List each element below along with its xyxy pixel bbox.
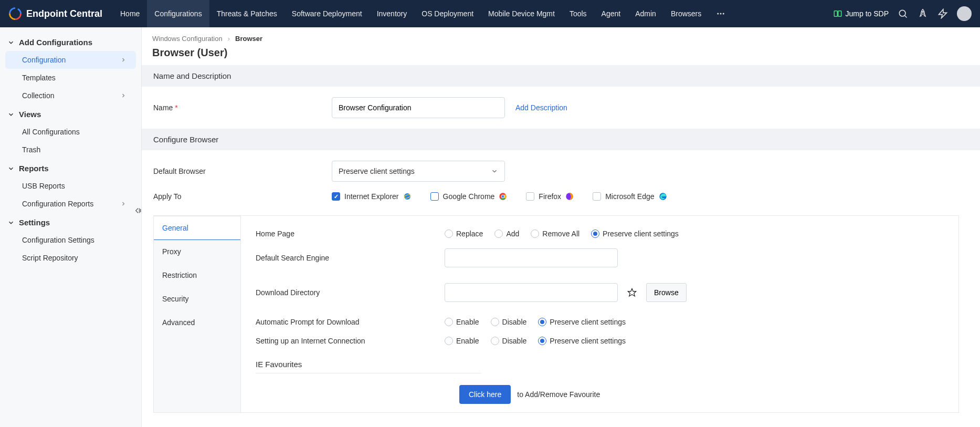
sidebar-item-templates[interactable]: Templates [5,69,136,87]
lightning-icon[interactable] [937,8,949,19]
browse-button[interactable]: Browse [646,283,687,302]
sidebar-item-label: Templates [22,74,56,82]
radio-checked [538,318,546,326]
nav-more[interactable] [709,0,733,27]
sidebar-item-configuration-settings[interactable]: Configuration Settings [5,231,136,249]
nav-mdm[interactable]: Mobile Device Mgmt [481,0,562,27]
svg-point-1 [720,13,722,15]
sidebar-item-configuration[interactable]: Configuration [5,51,136,69]
radio-unchecked [494,230,503,238]
more-icon [716,9,725,18]
ie-favourites-title: IE Favourites [256,360,481,373]
chevron-down-icon [491,168,498,175]
nav-home[interactable]: Home [113,0,147,27]
avatar[interactable] [957,6,972,21]
sidebar-item-trash[interactable]: Trash [5,141,136,159]
apply-to-label: Apply To [153,192,332,201]
breadcrumb: Windows Configuration › Browser [142,27,980,46]
sic-disable[interactable]: Disable [491,337,527,345]
click-here-button[interactable]: Click here [459,385,511,404]
product-name: Endpoint Central [26,8,102,19]
internet-connection-label: Setting up an Internet Connection [256,337,445,345]
main-nav: Home Configurations Threats & Patches So… [113,0,733,27]
radio-checked [591,230,599,238]
breadcrumb-current: Browser [235,35,262,43]
breadcrumb-sep: › [228,35,230,43]
breadcrumb-item[interactable]: Windows Configuration [152,35,223,43]
sic-enable[interactable]: Enable [445,337,479,345]
sic-preserve[interactable]: Preserve client settings [538,337,626,345]
apply-to-chrome[interactable]: Google Chrome [430,192,508,201]
nav-threats-patches[interactable]: Threats & Patches [209,0,284,27]
nav-configurations[interactable]: Configurations [147,0,209,27]
download-directory-input[interactable] [445,283,618,302]
checkbox-checked [332,192,340,201]
home-page-preserve[interactable]: Preserve client settings [591,230,679,238]
svg-point-7 [922,11,924,13]
vtab-security[interactable]: Security [154,287,240,311]
sidebar-item-usb-reports[interactable]: USB Reports [5,177,136,195]
name-input[interactable] [332,97,505,118]
default-browser-select[interactable]: Preserve client settings [332,161,505,182]
favorite-path-button[interactable] [623,283,641,302]
apply-to-edge[interactable]: Microsoft Edge [593,192,667,201]
sidebar-collapse-handle[interactable] [132,206,142,215]
apply-to-firefox[interactable]: Firefox [526,192,574,201]
sidebar-section-views[interactable]: Views [0,105,141,123]
radio-label: Disable [502,337,527,345]
sidebar-item-all-configurations[interactable]: All Configurations [5,123,136,141]
vtab-advanced[interactable]: Advanced [154,311,240,335]
search-icon[interactable] [897,8,909,19]
home-page-removeall[interactable]: Remove All [531,230,579,238]
nav-os-deployment[interactable]: OS Deployment [414,0,481,27]
sidebar-section-add-configurations[interactable]: Add Configurations [0,33,141,51]
svg-point-0 [717,13,719,15]
nav-software-deployment[interactable]: Software Deployment [284,0,370,27]
svg-marker-20 [628,289,636,296]
edge-icon [659,192,667,201]
vtab-general[interactable]: General [154,216,240,240]
jump-to-sdp[interactable]: Jump to SDP [833,9,889,18]
sidebar-item-label: USB Reports [22,182,65,190]
jump-sdp-icon [833,9,842,18]
sidebar-item-configuration-reports[interactable]: Configuration Reports [5,195,136,213]
radio-label: Preserve client settings [603,230,679,238]
home-page-label: Home Page [256,230,445,238]
nav-inventory[interactable]: Inventory [370,0,415,27]
name-label-text: Name [153,103,173,112]
vtab-restriction[interactable]: Restriction [154,264,240,287]
home-page-add[interactable]: Add [494,230,519,238]
nav-tools[interactable]: Tools [562,0,594,27]
chevron-down-icon [7,39,15,46]
default-search-engine-input[interactable] [445,248,618,267]
sidebar-item-script-repository[interactable]: Script Repository [5,249,136,267]
radio-unchecked [491,318,499,326]
vertical-tabs: General Proxy Restriction Security Advan… [154,216,241,412]
sidebar-section-settings[interactable]: Settings [0,213,141,231]
sidebar-section-reports[interactable]: Reports [0,159,141,177]
svg-marker-8 [939,9,947,18]
default-browser-label: Default Browser [153,167,332,175]
sidebar-section-label: Reports [19,164,49,173]
product-logo[interactable]: Endpoint Central [8,7,102,20]
radio-label: Add [506,230,519,238]
nav-agent[interactable]: Agent [594,0,628,27]
sidebar-item-label: Script Repository [22,254,78,262]
apd-enable[interactable]: Enable [445,318,479,326]
tab-body-general: Home Page Replace Add Remove All Preserv… [241,216,958,412]
radio-unchecked [445,337,453,345]
apply-to-ie[interactable]: Internet Explorer [332,192,412,201]
add-description-link[interactable]: Add Description [515,103,567,112]
apd-disable[interactable]: Disable [491,318,527,326]
collapse-icon [132,206,142,215]
home-page-replace[interactable]: Replace [445,230,483,238]
name-label: Name * [153,103,332,112]
vtab-proxy[interactable]: Proxy [154,240,240,264]
sidebar-item-collection[interactable]: Collection [5,87,136,105]
radio-unchecked [491,337,499,345]
apd-preserve[interactable]: Preserve client settings [538,318,626,326]
nav-browsers[interactable]: Browsers [663,0,709,27]
svg-rect-4 [838,11,841,17]
rocket-icon[interactable] [917,8,929,19]
nav-admin[interactable]: Admin [628,0,663,27]
